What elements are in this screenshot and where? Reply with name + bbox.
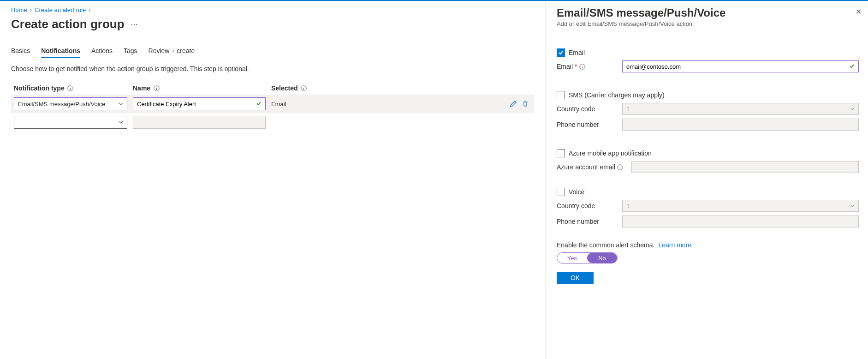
tab-description: Choose how to get notified when the acti… bbox=[11, 65, 534, 72]
voice-phone-label: Phone number bbox=[557, 218, 599, 225]
schema-toggle-no[interactable]: No bbox=[587, 253, 617, 263]
page-title: Create action group bbox=[11, 17, 125, 31]
voice-checkbox[interactable] bbox=[557, 188, 565, 196]
details-panel: ✕ Email/SMS message/Push/Voice Add or ed… bbox=[545, 1, 868, 359]
breadcrumb: Home › Create an alert rule › bbox=[11, 6, 534, 13]
email-checkbox-label: Email bbox=[569, 49, 585, 56]
tab-tags[interactable]: Tags bbox=[124, 44, 137, 58]
chevron-down-icon bbox=[850, 107, 855, 111]
selected-value: Email bbox=[268, 98, 407, 110]
schema-toggle-yes[interactable]: Yes bbox=[557, 253, 587, 263]
chevron-down-icon bbox=[850, 203, 855, 208]
info-icon[interactable]: i bbox=[579, 63, 585, 70]
main-content: Home › Create an alert rule › Create act… bbox=[0, 1, 545, 359]
azure-account-email-label: Azure account email bbox=[557, 163, 615, 171]
learn-more-link[interactable]: Learn more bbox=[658, 241, 691, 249]
chevron-right-icon: › bbox=[30, 6, 32, 13]
tab-actions[interactable]: Actions bbox=[91, 44, 113, 58]
sms-checkbox-label: SMS (Carrier charges may apply) bbox=[569, 91, 665, 99]
sms-country-code-select[interactable]: 1 bbox=[622, 103, 859, 115]
sms-phone-label: Phone number bbox=[557, 121, 599, 128]
svg-text:i: i bbox=[156, 86, 157, 90]
notification-type-select-empty[interactable] bbox=[14, 116, 127, 129]
panel-subtitle: Add or edit Email/SMS message/Push/Voice… bbox=[557, 20, 859, 27]
breadcrumb-home[interactable]: Home bbox=[11, 6, 27, 13]
sms-country-code-label: Country code bbox=[557, 105, 595, 113]
edit-icon[interactable] bbox=[509, 100, 517, 108]
page-title-row: Create action group ··· bbox=[11, 17, 534, 31]
panel-title: Email/SMS message/Push/Voice bbox=[557, 6, 859, 19]
notification-name-field[interactable] bbox=[137, 101, 256, 108]
info-icon[interactable]: i bbox=[617, 164, 624, 170]
th-selected-label: Selected bbox=[271, 84, 298, 92]
voice-phone-input[interactable] bbox=[622, 215, 859, 227]
schema-toggle[interactable]: Yes No bbox=[557, 252, 618, 263]
azure-app-checkbox-label: Azure mobile app notification bbox=[569, 150, 652, 157]
delete-icon[interactable] bbox=[521, 100, 529, 108]
svg-text:i: i bbox=[620, 165, 621, 169]
voice-country-code-label: Country code bbox=[557, 202, 595, 209]
th-name-label: Name bbox=[133, 84, 150, 92]
schema-text: Enable the common alert schema. bbox=[557, 241, 654, 249]
table-row bbox=[11, 113, 534, 132]
chevron-right-icon: › bbox=[89, 6, 90, 13]
notification-name-disabled bbox=[133, 116, 266, 129]
tab-basics[interactable]: Basics bbox=[11, 44, 30, 58]
email-input[interactable] bbox=[626, 63, 849, 70]
info-icon[interactable]: i bbox=[301, 85, 307, 91]
required-asterisk: * bbox=[575, 63, 577, 70]
notification-name-input[interactable] bbox=[133, 97, 266, 110]
tab-review[interactable]: Review + create bbox=[149, 44, 195, 58]
table-header: Notification type i Name i Selected i bbox=[11, 82, 534, 95]
sms-checkbox[interactable] bbox=[557, 91, 565, 99]
sms-phone-input[interactable] bbox=[622, 119, 859, 131]
notification-type-select[interactable]: Email/SMS message/Push/Voice bbox=[14, 97, 127, 110]
breadcrumb-alert-rule[interactable]: Create an alert rule bbox=[35, 6, 86, 13]
info-icon[interactable]: i bbox=[153, 85, 160, 91]
email-checkbox[interactable] bbox=[557, 48, 565, 57]
voice-country-code-select[interactable]: 1 bbox=[622, 200, 859, 212]
voice-checkbox-label: Voice bbox=[569, 188, 584, 196]
azure-account-email-input[interactable] bbox=[631, 161, 859, 173]
check-icon bbox=[256, 101, 262, 108]
tab-notifications[interactable]: Notifications bbox=[41, 44, 80, 58]
email-input-wrap bbox=[622, 60, 859, 72]
chevron-down-icon bbox=[119, 119, 123, 126]
schema-row: Enable the common alert schema. Learn mo… bbox=[557, 241, 859, 249]
notification-type-value: Email/SMS message/Push/Voice bbox=[18, 101, 105, 108]
sms-country-code-value: 1 bbox=[626, 106, 630, 113]
email-label: Email bbox=[557, 63, 573, 70]
info-icon[interactable]: i bbox=[67, 85, 74, 91]
table-row: Email/SMS message/Push/Voice Email bbox=[11, 95, 534, 113]
chevron-down-icon bbox=[119, 101, 123, 108]
svg-text:i: i bbox=[582, 65, 583, 69]
tabs: Basics Notifications Actions Tags Review… bbox=[11, 44, 534, 59]
th-type-label: Notification type bbox=[14, 84, 65, 92]
svg-text:i: i bbox=[303, 86, 304, 90]
th-selected: Selected i bbox=[268, 82, 407, 95]
voice-country-code-value: 1 bbox=[626, 203, 630, 209]
svg-text:i: i bbox=[70, 86, 71, 90]
azure-app-checkbox[interactable] bbox=[557, 149, 565, 157]
th-type: Notification type i bbox=[11, 82, 130, 95]
close-icon[interactable]: ✕ bbox=[856, 7, 862, 16]
notifications-table: Notification type i Name i Selected i bbox=[11, 82, 534, 132]
more-icon[interactable]: ··· bbox=[129, 19, 140, 29]
ok-button[interactable]: OK bbox=[557, 272, 594, 284]
check-icon bbox=[849, 63, 855, 70]
th-name: Name i bbox=[130, 82, 268, 95]
